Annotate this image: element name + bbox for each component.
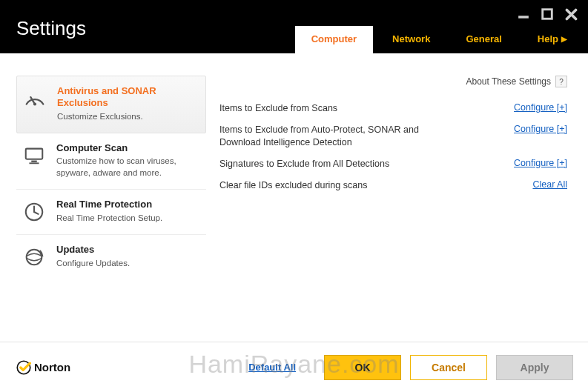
tab-network[interactable]: Network — [376, 26, 446, 53]
cancel-button[interactable]: Cancel — [410, 355, 487, 380]
apply-button: Apply — [496, 355, 573, 380]
svg-line-9 — [34, 212, 39, 214]
sidebar-item-real-time[interactable]: Real Time Protection Real Time Protectio… — [16, 190, 206, 235]
sidebar-item-exclusions[interactable]: Antivirus and SONAR Exclusions Customize… — [16, 76, 206, 133]
sidebar-item-desc: Configure Updates. — [56, 258, 196, 270]
body: Antivirus and SONAR Exclusions Customize… — [0, 53, 588, 342]
brand-logo: Norton — [16, 360, 70, 375]
sidebar-item-computer-scan[interactable]: Computer Scan Customize how to scan viru… — [16, 133, 206, 190]
svg-rect-5 — [31, 161, 37, 162]
ok-button[interactable]: OK — [324, 355, 401, 380]
gauge-icon — [23, 87, 47, 110]
setting-row-exclude-autoprotect: Items to Exclude from Auto-Protect, SONA… — [219, 119, 567, 153]
maximize-button[interactable] — [541, 7, 554, 21]
configure-link[interactable]: Configure [+] — [514, 158, 567, 168]
configure-link[interactable]: Configure [+] — [514, 124, 567, 134]
sidebar-item-title: Real Time Protection — [56, 199, 196, 210]
configure-link[interactable]: Configure [+] — [514, 102, 567, 113]
sidebar-item-desc: Customize how to scan viruses, spyware, … — [56, 156, 196, 179]
close-button[interactable] — [564, 7, 578, 21]
setting-label: Signatures to Exclude from All Detection… — [219, 158, 389, 170]
chevron-right-icon: ▶ — [561, 35, 567, 43]
svg-rect-6 — [29, 162, 39, 164]
norton-check-icon — [16, 360, 31, 375]
page-title: Settings — [16, 17, 86, 53]
help-icon[interactable]: ? — [555, 76, 567, 87]
setting-label: Clear file IDs excluded during scans — [219, 179, 367, 192]
setting-label: Items to Exclude from Auto-Protect, SONA… — [219, 124, 427, 149]
about-label: About These Settings — [466, 76, 551, 87]
svg-point-10 — [27, 250, 42, 265]
clear-all-link[interactable]: Clear All — [532, 179, 567, 190]
footer-bar: Norton Default All OK Cancel Apply — [0, 342, 588, 392]
sidebar-item-title: Updates — [56, 244, 196, 256]
content-pane: About These Settings ? Items to Exclude … — [206, 53, 588, 342]
setting-row-clear-ids: Clear file IDs excluded during scans Cle… — [219, 175, 567, 196]
sidebar-item-desc: Real Time Protection Setup. — [56, 213, 196, 225]
setting-row-exclude-signatures: Signatures to Exclude from All Detection… — [219, 153, 567, 175]
monitor-icon — [22, 144, 46, 167]
window-controls — [517, 7, 578, 21]
svg-rect-4 — [26, 149, 43, 159]
setting-label: Items to Exclude from Scans — [219, 102, 337, 115]
sidebar-item-title: Antivirus and SONAR Exclusions — [57, 85, 195, 110]
svg-rect-0 — [518, 16, 529, 18]
sidebar-item-desc: Customize Exclusions. — [57, 111, 195, 123]
header-bar: Settings Computer Network General Help ▶ — [0, 0, 588, 53]
svg-point-3 — [33, 102, 36, 105]
tab-help-label: Help — [538, 33, 558, 44]
sidebar-item-title: Computer Scan — [56, 142, 196, 154]
svg-point-11 — [17, 361, 30, 374]
minimize-button[interactable] — [517, 7, 530, 21]
svg-rect-1 — [543, 10, 552, 19]
about-row: About These Settings ? — [219, 76, 567, 87]
sidebar: Antivirus and SONAR Exclusions Customize… — [0, 53, 206, 342]
tab-computer[interactable]: Computer — [295, 26, 373, 53]
brand-text: Norton — [34, 361, 70, 373]
setting-row-exclude-scans: Items to Exclude from Scans Configure [+… — [219, 98, 567, 119]
sidebar-item-updates[interactable]: Updates Configure Updates. — [16, 235, 206, 279]
tab-help[interactable]: Help ▶ — [521, 26, 572, 53]
default-all-link[interactable]: Default All — [248, 362, 296, 373]
tab-general[interactable]: General — [449, 26, 518, 53]
clock-icon — [22, 200, 46, 224]
globe-refresh-icon — [22, 245, 46, 269]
